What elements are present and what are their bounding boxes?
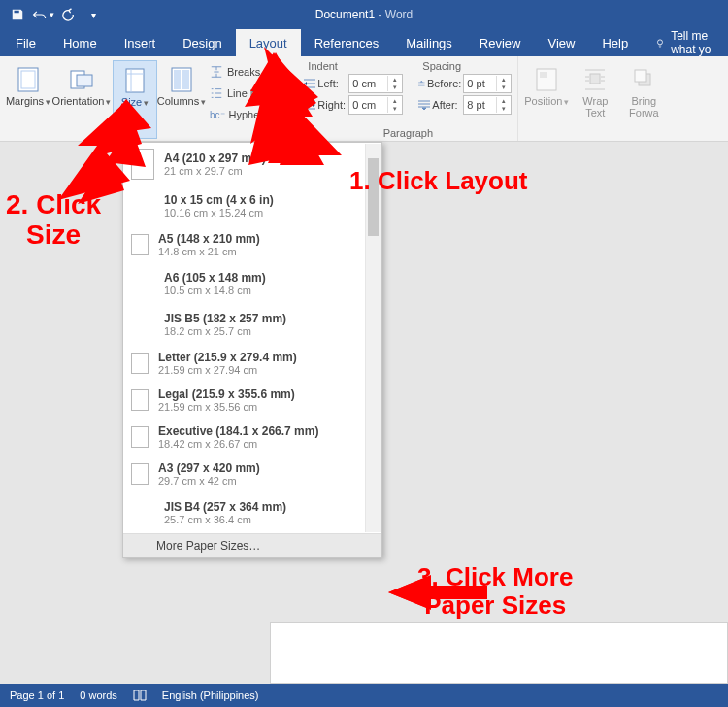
chevron-down-icon: ▾ <box>50 10 54 19</box>
document-canvas[interactable] <box>270 622 728 684</box>
tab-review[interactable]: Review <box>466 29 535 56</box>
size-option-a6[interactable]: A6 (105 x 148 mm)10.5 cm x 14.8 cm <box>123 263 381 304</box>
spacing-after-input[interactable]: 8 pt▴▾ <box>463 95 512 115</box>
arrow-left-icon <box>388 575 487 610</box>
svg-rect-11 <box>590 74 600 84</box>
size-button[interactable]: Size▾ <box>113 60 157 139</box>
group-arrange: Position▾ Wrap Text Bring Forwa <box>518 56 672 141</box>
svg-rect-13 <box>635 70 646 82</box>
paragraph-group-label: Paragraph <box>304 125 512 139</box>
wrap-text-button[interactable]: Wrap Text <box>573 60 617 139</box>
book-icon <box>133 690 147 701</box>
size-dropdown: A4 (210 x 297 mm)21 cm x 29.7 cm 10 x 15… <box>122 142 382 558</box>
orientation-button[interactable]: Orientation▾ <box>52 60 111 139</box>
undo-button[interactable]: ▾ <box>31 4 54 25</box>
orientation-icon <box>68 68 95 91</box>
indent-right-label: Right: <box>304 99 347 111</box>
chevron-down-icon: ▾ <box>106 97 111 107</box>
tab-view[interactable]: View <box>534 29 588 56</box>
bring-forward-button[interactable]: Bring Forwa <box>621 60 666 139</box>
wrap-text-icon <box>584 68 606 91</box>
columns-icon <box>171 67 192 92</box>
bring-forward-icon <box>633 68 654 91</box>
status-page[interactable]: Page 1 of 1 <box>10 690 64 701</box>
spacing-after-icon <box>418 100 430 110</box>
svg-rect-7 <box>174 70 181 89</box>
page-thumbnail-icon <box>131 389 149 411</box>
chevron-down-icon: ▾ <box>144 98 149 108</box>
size-option-a3[interactable]: A3 (297 x 420 mm)29.7 cm x 42 cm <box>123 455 381 492</box>
svg-marker-21 <box>388 577 485 608</box>
tab-file[interactable]: File <box>2 29 50 56</box>
page-thumbnail-icon <box>131 234 149 255</box>
scrollbar[interactable] <box>365 144 381 532</box>
status-spellcheck[interactable] <box>133 690 147 701</box>
svg-rect-10 <box>540 72 547 78</box>
scrollbar-thumb[interactable] <box>368 158 379 236</box>
more-paper-sizes[interactable]: More Paper Sizes… <box>123 533 381 557</box>
ribbon: Margins▾ Orientation▾ Size▾ Columns▾ Bre… <box>0 56 728 142</box>
tab-mailings[interactable]: Mailings <box>392 29 466 56</box>
status-language[interactable]: English (Philippines) <box>162 690 259 701</box>
tab-references[interactable]: References <box>301 29 392 56</box>
svg-point-0 <box>658 40 663 45</box>
size-option-letter[interactable]: Letter (215.9 x 279.4 mm)21.59 cm x 27.9… <box>123 345 381 382</box>
tab-layout[interactable]: Layout <box>236 29 301 56</box>
save-button[interactable] <box>6 4 29 25</box>
page-thumbnail-icon <box>131 426 149 448</box>
spacing-header: Spacing <box>418 60 512 72</box>
tell-me-search[interactable]: Tell me what yo <box>642 29 728 56</box>
tab-insert[interactable]: Insert <box>111 29 170 56</box>
spacing-before-icon <box>418 79 425 88</box>
svg-rect-4 <box>77 75 92 86</box>
document-name: Document1 <box>315 8 375 21</box>
size-icon <box>125 68 145 93</box>
chevron-down-icon: ▾ <box>266 67 271 77</box>
redo-button[interactable] <box>56 4 80 25</box>
margins-button[interactable]: Margins▾ <box>6 60 50 139</box>
indent-left-input[interactable]: 0 cm▴▾ <box>348 74 403 93</box>
size-option-10x15[interactable]: 10 x 15 cm (4 x 6 in)10.16 cm x 15.24 cm <box>123 185 381 226</box>
tab-help[interactable]: Help <box>588 29 642 56</box>
line-numbers-button[interactable]: Line Num <box>206 84 292 103</box>
hyphenation-button[interactable]: bc⁻ Hyphenation <box>206 105 292 124</box>
status-bar: Page 1 of 1 0 words English (Philippines… <box>0 684 728 707</box>
quick-access-toolbar: ▾ ▾ <box>6 4 105 25</box>
indent-right-input[interactable]: 0 cm▴▾ <box>348 95 403 115</box>
size-option-executive[interactable]: Executive (184.1 x 266.7 mm)18.42 cm x 2… <box>123 419 381 455</box>
tab-design[interactable]: Design <box>169 29 235 56</box>
spacing-before-input[interactable]: 0 pt▴▾ <box>463 74 512 93</box>
size-option-jis-b4[interactable]: JIS B4 (257 x 364 mm)25.7 cm x 36.4 cm <box>123 492 381 533</box>
group-paragraph: Indent Left: 0 cm▴▾ Right: 0 cm▴▾ Spacin… <box>298 56 518 141</box>
page-thumbnail-icon <box>131 353 149 374</box>
undo-icon <box>32 8 48 21</box>
svg-marker-24 <box>388 575 487 610</box>
columns-button[interactable]: Columns▾ <box>159 60 204 139</box>
chevron-down-icon: ▾ <box>46 97 50 107</box>
size-option-legal[interactable]: Legal (215.9 x 355.6 mm)21.59 cm x 35.56… <box>123 382 381 419</box>
spacing-after-label: After: <box>418 99 461 111</box>
size-option-a4[interactable]: A4 (210 x 297 mm)21 cm x 29.7 cm <box>123 143 381 185</box>
position-icon <box>536 68 557 91</box>
page-thumbnail-icon <box>131 149 154 180</box>
indent-right-icon <box>304 100 315 110</box>
svg-rect-5 <box>126 69 144 92</box>
window-title: Document1 - Word <box>0 8 728 21</box>
ribbon-tabs: File Home Insert Design Layout Reference… <box>0 29 728 56</box>
breaks-icon <box>210 65 223 79</box>
qat-customize-button[interactable]: ▾ <box>82 4 105 25</box>
page-thumbnail-icon <box>131 463 149 485</box>
indent-left-label: Left: <box>304 78 347 89</box>
position-button[interactable]: Position▾ <box>524 60 569 139</box>
redo-icon <box>61 8 75 21</box>
size-option-a5[interactable]: A5 (148 x 210 mm)14.8 cm x 21 cm <box>123 226 381 263</box>
tab-home[interactable]: Home <box>50 29 111 56</box>
size-option-jis-b5[interactable]: JIS B5 (182 x 257 mm)18.2 cm x 25.7 cm <box>123 304 381 345</box>
svg-rect-8 <box>182 70 189 89</box>
breaks-button[interactable]: Breaks▾ <box>206 62 292 82</box>
indent-left-icon <box>304 79 315 88</box>
status-words[interactable]: 0 words <box>80 690 117 701</box>
spacing-before-label: Before: <box>418 78 461 89</box>
tell-me-label: Tell me what yo <box>671 29 728 56</box>
title-bar: ▾ ▾ Document1 - Word <box>0 0 728 29</box>
